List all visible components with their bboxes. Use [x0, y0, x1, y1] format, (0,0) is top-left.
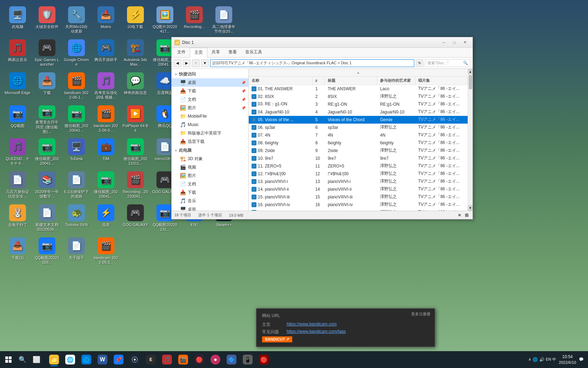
desktop-icon-20[interactable]: 💬神奇的敲信息: [121, 70, 149, 101]
nav-item-desktop2[interactable]: 🖥️ 桌面: [172, 205, 248, 211]
notification-icon[interactable]: 💬: [579, 357, 584, 362]
taskbar-app-extra3[interactable]: 🔴: [256, 352, 272, 367]
nav-item-pictures[interactable]: 🖼️ 图片 📌: [172, 104, 248, 112]
taskbar-app-extra1[interactable]: 🔷: [224, 352, 239, 367]
desktop-icon-34[interactable]: 🖥️ToDesk: [62, 136, 91, 167]
desktop-icon-28[interactable]: ▶️PotPlayer 64 Bit: [121, 103, 149, 134]
nav-item-music2[interactable]: 🎵 音乐: [172, 197, 248, 205]
scroll-down-button[interactable]: ▼: [468, 205, 473, 211]
popup-home-url[interactable]: https://www.bandicam.com: [287, 322, 337, 328]
view-tiles-button[interactable]: ⊞: [463, 212, 470, 218]
desktop-icon-43[interactable]: 📷微信截图_20220041...: [92, 169, 120, 200]
file-row-2[interactable]: ♪03. RE：g1-ON3RE:g1-ONRE:g1-ONTVアニメ「86 -…: [249, 100, 468, 108]
desktop-icon-36[interactable]: 📷微信截图_20221011...: [121, 136, 149, 167]
desktop-icon-51[interactable]: ⚡迅雷: [92, 202, 120, 233]
file-row-11[interactable]: ♪12. !"#$%&'(0012!"#$%&'(00澤野弘之TVアニメ「86 …: [249, 170, 468, 178]
desktop-icon-35[interactable]: 💼TIM: [92, 136, 120, 167]
desktop-icon-9[interactable]: 🎮Epic Games Launcher: [33, 37, 61, 68]
desktop-icon-49[interactable]: 📄新建文本文档 20220528...: [33, 202, 61, 233]
file-row-13[interactable]: ♪14. pianoVIIIVI-ii14pianoVIIIVI-ii澤野弘之T…: [249, 185, 468, 193]
tab-view[interactable]: 查看: [224, 48, 241, 57]
desktop-icon-40[interactable]: 📄几百万身份证信息安全...: [4, 169, 32, 200]
tab-share[interactable]: 共享: [207, 48, 224, 57]
taskbar-app-netease[interactable]: 🎵: [159, 352, 175, 367]
taskbar-app-more[interactable]: ●: [208, 352, 223, 367]
desktop-icon-17[interactable]: 📥下载: [33, 70, 61, 101]
desktop-icon-11[interactable]: 🎮腾讯手游助手: [92, 37, 120, 68]
desktop-icon-59[interactable]: 🎬bandicam 2022-05-2...: [92, 235, 120, 266]
file-row-1[interactable]: ♪02. 8SIX28SIX澤野弘之TVアニメ「86 -エイ...: [249, 93, 468, 100]
desktop-icon-5[interactable]: 🖼️QQ图片20220417...: [151, 4, 179, 35]
file-row-6[interactable]: ♪07. 4N74N4NTVアニメ「86 -エイ...: [249, 131, 468, 139]
address-path[interactable]: [210707] TVアニメ「86 -エイティシックス-」Original So…: [210, 59, 414, 67]
up-button[interactable]: ↑: [192, 59, 200, 67]
forward-button[interactable]: ▶: [183, 59, 191, 67]
col-header-num[interactable]: #: [313, 77, 325, 85]
tab-music-tools[interactable]: 音乐工具: [241, 48, 266, 57]
desktop-icon-0[interactable]: 🖥️此电脑: [4, 4, 32, 35]
tray-volume-icon[interactable]: 🔊: [539, 357, 544, 362]
nav-item-documents[interactable]: 📄 文档 📌: [172, 95, 248, 104]
desktop-icon-18[interactable]: 🎬bandicam 2022-06-1...: [62, 70, 91, 101]
refresh-button[interactable]: ↻: [416, 59, 423, 67]
maximize-button[interactable]: □: [449, 39, 459, 46]
taskbar-app-bandicam[interactable]: 🎬: [175, 352, 191, 367]
nav-item-korean[interactable]: 📁 韩版修正中英双字: [172, 129, 248, 137]
file-row-12[interactable]: ♪13. pianoVIIIVI-i13pianoVIIIVI-i澤野弘之TVア…: [249, 178, 468, 185]
file-row-15[interactable]: ♪16. pianoVIIIVI-iv16pianoVIIIVI-iv澤野弘之T…: [249, 201, 468, 209]
col-header-title[interactable]: 标题: [325, 77, 377, 85]
file-row-0[interactable]: ♪01. THE ANSWER1THE ANSWERLacoTVアニメ「86 -…: [249, 85, 468, 93]
nav-item-videos[interactable]: 🎬 视频: [172, 163, 248, 171]
file-row-8[interactable]: ♪09. 2side92side澤野弘之TVアニメ「86 -エイ...: [249, 147, 468, 155]
desktop-icon-26[interactable]: 📷微信截图_20220041...: [62, 103, 91, 134]
file-row-7[interactable]: ♪08. 6eighty86eighty6eightyTVアニメ「86 -エイ.…: [249, 139, 468, 147]
desktop-icon-52[interactable]: 🎮GOG GALAXY: [121, 202, 149, 233]
desktop-icon-7[interactable]: 📄高二地理暑年节作业20...: [210, 4, 238, 35]
col-header-artist[interactable]: 参与创作的艺术家: [377, 77, 415, 85]
taskbar-app-extra2[interactable]: 📱: [240, 352, 255, 367]
start-button[interactable]: [1, 353, 15, 367]
desktop-icon-33[interactable]: 📷微信截图_20220041...: [33, 136, 61, 167]
taskbar-app-word[interactable]: W: [95, 352, 110, 367]
file-row-5[interactable]: ♪06. sp3ar6sp3ar澤野弘之TVアニメ「86 -エイ...: [249, 124, 468, 131]
search-taskbar-button[interactable]: 🔍: [15, 353, 29, 367]
desktop-icon-16[interactable]: 🌐Microsoft Edge: [4, 70, 32, 101]
back-button[interactable]: ◀: [174, 59, 181, 67]
nav-item-3d[interactable]: 🏗️ 3D 对象: [172, 155, 248, 163]
desktop-icon-19[interactable]: 🎵高考音乐强化训练 视频...: [92, 70, 120, 101]
nav-item-mobilefile[interactable]: 📁 MobileFile: [172, 112, 248, 120]
desktop-icon-8[interactable]: 🎵网易云音乐: [4, 37, 32, 68]
file-row-14[interactable]: ♪15. pianoVIIIVI-iii15pianoVIIIVI-iii澤野弘…: [249, 193, 468, 201]
desktop-icon-57[interactable]: 📷QQ截图20221026...: [33, 235, 61, 266]
desktop-icon-32[interactable]: 🎵QUEEND...チキチキ...: [4, 136, 32, 167]
desktop-icon-1[interactable]: 🛡️火绒安全软件: [33, 4, 61, 35]
system-clock[interactable]: 10:54 2022/6/10: [559, 354, 576, 365]
col-header-name[interactable]: 名称: [249, 77, 313, 85]
desktop-icon-48[interactable]: 🐰去兔子扑丁: [4, 202, 32, 233]
desktop-icon-10[interactable]: 🌐Google Chrome: [62, 37, 91, 68]
desktop-icon-4[interactable]: ⚡闪电下载: [121, 4, 149, 35]
desktop-icon-42[interactable]: 📄6.1法律保护下的道路: [62, 169, 91, 200]
tray-arrow-icon[interactable]: ∧: [528, 357, 531, 362]
scroll-up-button[interactable]: ▲: [468, 69, 473, 74]
taskbar-app-edge[interactable]: 🌐: [79, 352, 94, 367]
nav-item-desktop[interactable]: 🖥️ 桌面 📌: [172, 78, 248, 87]
task-view-button[interactable]: ⬜: [29, 353, 44, 367]
desktop-icon-44[interactable]: 🎬Recording...20220041...: [121, 169, 149, 200]
taskbar-app-obs[interactable]: 🔴: [192, 352, 207, 367]
desktop-icon-41[interactable]: 📚2020学年一年级数字...: [33, 169, 61, 200]
this-pc-header[interactable]: ▼ 此电脑: [172, 146, 248, 155]
minimize-button[interactable]: ─: [439, 39, 449, 46]
nav-item-downloads2[interactable]: 📥 下载: [172, 188, 248, 197]
file-row-10[interactable]: ♪11. ZERO×511ZERO×5澤野弘之TVアニメ「86 -エイ...: [249, 162, 468, 170]
popup-more-link[interactable]: 更多注册册: [411, 311, 430, 317]
file-row-3[interactable]: ♪04. JaguarN0-104JaguarN0-10JaguarN0-10T…: [249, 108, 468, 116]
nav-item-music[interactable]: 🎵 Music: [172, 120, 248, 129]
desktop-icon-24[interactable]: 📷QQ截图: [4, 103, 32, 134]
popup-logo[interactable]: BANDICUT ↗: [262, 336, 292, 342]
view-details-button[interactable]: ≡: [456, 212, 463, 218]
taskbar-app-steam[interactable]: [127, 352, 142, 367]
search-box[interactable]: 搜索"Disc..." 🔍: [425, 59, 470, 67]
desktop-icon-25[interactable]: 📷夜莺音合孖牛 阿思 (微信截图)...: [33, 103, 61, 134]
desktop-icon-2[interactable]: 🔧关闭Win10自动更新: [62, 4, 91, 35]
